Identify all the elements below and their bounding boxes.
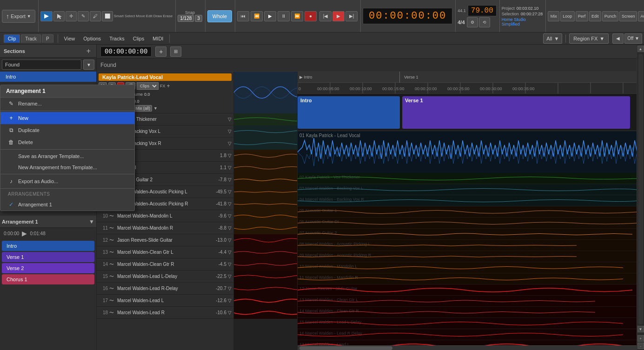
loop-start-button[interactable]: |◀ — [319, 11, 332, 21]
volume-value[interactable]: 0.0 — [144, 92, 150, 97]
tab-clip[interactable]: Clip — [4, 34, 20, 43]
metronome-button[interactable]: ⚙ — [467, 17, 478, 27]
intro-block[interactable]: Intro — [2, 241, 94, 251]
arrangement-1-menu-item[interactable]: ✓ Arrangement 1 — [0, 198, 134, 211]
track-settings-button[interactable]: ⊞ — [170, 46, 181, 57]
chorus1-block[interactable]: Chorus 1 — [2, 274, 94, 284]
move-tool-button[interactable]: ✛ — [66, 11, 77, 21]
tab-p[interactable]: P — [42, 34, 53, 43]
track-row-14[interactable]: 14 〜 Marcel Walden-Clean Gtr R -4.5 ▽ — [97, 258, 233, 271]
fast-forward-button[interactable]: ⏩ — [291, 11, 303, 21]
arrow-left-button[interactable]: ◀ — [612, 33, 624, 44]
rewind-button[interactable]: ⏪ — [251, 11, 263, 21]
new-from-template-menu-item[interactable]: New Arrangement from Template... — [0, 162, 134, 173]
tracks-menu[interactable]: Tracks — [106, 33, 128, 44]
search-dropdown[interactable]: ▼ — [83, 59, 94, 70]
track-expand-icon[interactable]: ▽ — [228, 262, 232, 267]
screen-button[interactable]: Screen — [619, 11, 637, 21]
track-expand-icon[interactable]: ▽ — [228, 310, 232, 315]
act-button[interactable]: ACT — [638, 11, 644, 21]
sync-button[interactable]: ⟲ — [479, 17, 490, 27]
duplicate-menu-item[interactable]: ⧉ Duplicate — [0, 124, 134, 136]
intro-arr-block[interactable]: Intro — [298, 96, 400, 129]
clips-select[interactable]: Clips — [137, 82, 159, 90]
track-expand-icon[interactable]: ▽ — [228, 153, 232, 158]
slide-guitar-waveform — [234, 234, 297, 246]
scrollbar-thumb[interactable] — [299, 346, 392, 350]
region-fx-button[interactable]: Region FX ▼ — [569, 33, 609, 44]
clips-menu[interactable]: Clips — [129, 33, 148, 44]
scroll-up-button[interactable]: ▲ — [637, 46, 644, 52]
track-expand-icon[interactable]: ▽ — [228, 141, 232, 146]
lead-vocal-name[interactable]: Kayla Patrick-Lead Vocal — [99, 73, 232, 81]
track-row-12[interactable]: 12 〜 Jason Reeves-Slide Guitar -13.0 ▽ — [97, 234, 233, 246]
whole-button[interactable]: Whole — [207, 10, 232, 22]
new-menu-item[interactable]: + New — [0, 112, 134, 124]
track-expand-icon[interactable]: ▽ — [228, 117, 232, 122]
mix-button[interactable]: Mix — [548, 11, 559, 21]
options-menu[interactable]: Options — [80, 33, 105, 44]
export-button[interactable]: ↑ Export ▼ — [2, 10, 35, 23]
midi-menu[interactable]: MIDI — [149, 33, 167, 44]
arrangement-play-button[interactable]: ▶ — [22, 230, 27, 237]
smart-tool-button[interactable] — [40, 11, 53, 21]
punch-button[interactable]: Punch — [602, 11, 618, 21]
horizontal-scrollbar[interactable] — [298, 345, 637, 350]
track-expand-icon[interactable]: ▽ — [228, 250, 232, 255]
track-expand-icon[interactable]: ▽ — [228, 165, 232, 170]
record-button[interactable]: ● — [305, 11, 317, 21]
add-track-button[interactable]: + — [155, 46, 166, 57]
track-expand-icon[interactable]: ▽ — [228, 213, 232, 218]
rewind-to-start-button[interactable]: ⏮ — [237, 11, 249, 21]
select-tool-button[interactable] — [53, 11, 65, 21]
arrangement-dropdown-arrow[interactable]: ▼ — [89, 218, 94, 225]
view-menu[interactable]: View — [60, 33, 79, 44]
track-expand-icon[interactable]: ▽ — [228, 274, 232, 279]
edit-mode-button[interactable]: Edit — [589, 11, 601, 21]
edit-tool-button[interactable]: ✎ — [78, 11, 89, 21]
tab-track[interactable]: Track — [21, 34, 41, 43]
loop-button[interactable]: Loop — [560, 11, 574, 21]
bpm-display[interactable]: 79.00 — [468, 5, 497, 16]
live-button[interactable]: ▶ — [332, 11, 345, 21]
track-expand-icon[interactable]: ▽ — [228, 286, 232, 291]
track-row-16[interactable]: 16 〜 Marcel Walden-Lead R-Delay -20.7 ▽ — [97, 283, 233, 295]
search-input[interactable] — [2, 59, 81, 70]
loop-end-button[interactable]: ▶| — [345, 11, 358, 21]
track-row-17[interactable]: 17 〜 Marcel Walden-Lead L -12.6 ▽ — [97, 295, 233, 307]
track-expand-icon[interactable]: ▽ — [228, 201, 232, 206]
track-expand-icon[interactable]: ▽ — [228, 189, 232, 194]
intro-section-item[interactable]: Intro — [0, 72, 96, 82]
add-fx-button[interactable]: + — [166, 83, 170, 89]
track-expand-icon[interactable]: ▽ — [228, 298, 232, 303]
verse1-arr-block[interactable]: Verse 1 — [402, 96, 630, 129]
track-row-13[interactable]: 13 〜 Marcel Walden-Clean Gtr L -4.4 ▽ — [97, 246, 233, 258]
perf-button[interactable]: Perf — [576, 11, 588, 21]
vertical-scrollbar[interactable] — [638, 54, 643, 324]
track-row-18[interactable]: 18 〜 Marcel Walden-Lead R -10.6 ▽ — [97, 307, 233, 319]
add-section-button[interactable]: + — [85, 47, 93, 55]
off-dropdown-button[interactable]: Off ▼ — [624, 33, 642, 44]
time-sig-display[interactable]: 4/4 — [458, 20, 465, 25]
scroll-down-button[interactable]: ▼ — [637, 326, 644, 332]
erase-tool-button[interactable]: ⬜ — [102, 11, 113, 21]
track-expand-icon[interactable]: ▽ — [228, 225, 232, 231]
track-expand-icon[interactable]: ▽ — [228, 177, 232, 182]
verse1-block[interactable]: Verse 1 — [2, 252, 94, 262]
zoom-out-button[interactable]: - — [637, 343, 644, 349]
track-row-15[interactable]: 15 〜 Marcel Walden-Lead L-Delay -22.5 ▽ — [97, 271, 233, 283]
track-row-11[interactable]: 11 〜 Marcel Walden-Mandolin R -8.8 ▽ — [97, 222, 233, 234]
pause-button[interactable]: ⏸ — [278, 11, 290, 21]
export-audio-menu-item[interactable]: ♪ Export as Audio... — [0, 175, 134, 187]
track-expand-icon[interactable]: ▽ — [228, 238, 232, 243]
delete-menu-item[interactable]: 🗑 Delete — [0, 136, 134, 148]
save-template-menu-item[interactable]: Save as Arranger Template... — [0, 151, 134, 162]
draw-tool-button[interactable]: 🖊 — [90, 11, 101, 21]
verse2-block[interactable]: Verse 2 — [2, 263, 94, 273]
rename-menu-item[interactable]: ✎ Rename... — [0, 98, 134, 110]
track-expand-icon[interactable]: ▽ — [228, 129, 232, 134]
track-row-10[interactable]: 10 〜 Marcel Walden-Mandolin L -9.6 ▽ — [97, 210, 233, 222]
zoom-in-button[interactable]: + — [637, 335, 644, 342]
play-button[interactable]: ▶ — [264, 11, 276, 21]
all-select[interactable]: All ▼ — [543, 33, 562, 44]
